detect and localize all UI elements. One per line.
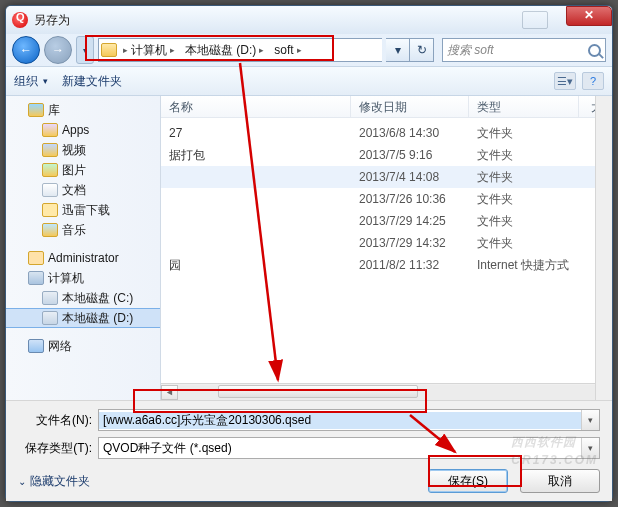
help-button[interactable]: ? (582, 72, 604, 90)
drive-icon (42, 311, 58, 325)
table-row[interactable]: 2013/7/29 14:32文件夹 (161, 232, 612, 254)
network-icon (28, 339, 44, 353)
filename-label: 文件名(N): (18, 412, 98, 429)
horizontal-scrollbar[interactable]: ◄ ► (161, 383, 612, 400)
breadcrumb-label: soft (274, 43, 293, 57)
table-row[interactable]: 2013/7/26 10:36文件夹 (161, 188, 612, 210)
tree-drive-d[interactable]: 本地磁盘 (D:) (6, 308, 160, 328)
previous-locations-button[interactable]: ▾ (386, 38, 410, 62)
cell-name: 27 (161, 126, 351, 140)
filetype-select[interactable]: QVOD种子文件 (*.qsed) ▾ (98, 437, 600, 459)
app-icon (12, 12, 28, 28)
col-type[interactable]: 类型 (469, 96, 579, 117)
tree-music[interactable]: 音乐 (6, 220, 160, 240)
address-actions: ▾ ↻ (386, 38, 434, 62)
library-icon (28, 103, 44, 117)
table-row[interactable]: 2013/7/29 14:25文件夹 (161, 210, 612, 232)
search-icon (588, 44, 601, 57)
picture-icon (42, 163, 58, 177)
filename-value: [www.a6a6.cc]乐光宝盒20130306.qsed (99, 412, 581, 429)
drive-icon (42, 291, 58, 305)
address-bar[interactable]: ▸ 计算机 ▸ 本地磁盘 (D:) ▸ soft ▸ (98, 38, 382, 62)
apps-icon (42, 123, 58, 137)
video-icon (42, 143, 58, 157)
nav-row: ← → ▾ ▸ 计算机 ▸ 本地磁盘 (D:) ▸ soft ▸ ▾ ↻ 搜索 … (6, 34, 612, 66)
filename-input[interactable]: [www.a6a6.cc]乐光宝盒20130306.qsed ▾ (98, 409, 600, 431)
breadcrumb-label: 本地磁盘 (D:) (185, 42, 256, 59)
cell-type: 文件夹 (469, 169, 579, 186)
new-folder-button[interactable]: 新建文件夹 (62, 73, 122, 90)
tree-computer[interactable]: 计算机 (6, 268, 160, 288)
cell-date: 2013/7/26 10:36 (351, 192, 469, 206)
spacer (6, 240, 160, 248)
tree-network[interactable]: 网络 (6, 336, 160, 356)
breadcrumb-seg-drive[interactable]: 本地磁盘 (D:) ▸ (181, 40, 268, 61)
file-pane: 名称 修改日期 类型 大小 272013/6/8 14:30文件夹据打包2013… (161, 96, 612, 400)
document-icon (42, 183, 58, 197)
tree-administrator[interactable]: Administrator (6, 248, 160, 268)
table-row[interactable]: 据打包2013/7/5 9:16文件夹 (161, 144, 612, 166)
breadcrumb-seg-folder[interactable]: soft ▸ (270, 41, 305, 59)
chevron-right-icon: ▸ (297, 45, 302, 55)
tree-documents[interactable]: 文档 (6, 180, 160, 200)
scroll-track[interactable] (178, 385, 595, 400)
cell-date: 2013/7/29 14:25 (351, 214, 469, 228)
organize-button[interactable]: 组织 (14, 73, 48, 90)
cell-date: 2013/6/8 14:30 (351, 126, 469, 140)
tree-drive-c[interactable]: 本地磁盘 (C:) (6, 288, 160, 308)
chevron-right-icon: ▸ (170, 45, 175, 55)
tree-downloads[interactable]: 迅雷下载 (6, 200, 160, 220)
titlebar: 另存为 ✕ (6, 6, 612, 34)
save-as-dialog: 另存为 ✕ ← → ▾ ▸ 计算机 ▸ 本地磁盘 (D:) ▸ soft ▸ (5, 5, 613, 502)
search-placeholder: 搜索 soft (447, 42, 584, 59)
tree-apps[interactable]: Apps (6, 120, 160, 140)
cell-date: 2013/7/5 9:16 (351, 148, 469, 162)
search-input[interactable]: 搜索 soft (442, 38, 606, 62)
window-title: 另存为 (34, 12, 70, 29)
filetype-label: 保存类型(T): (18, 440, 98, 457)
scroll-thumb[interactable] (218, 385, 418, 398)
cell-name: 据打包 (161, 147, 351, 164)
column-headers: 名称 修改日期 类型 大小 (161, 96, 612, 118)
recent-locations-button[interactable]: ▾ (76, 36, 94, 64)
refresh-button[interactable]: ↻ (410, 38, 434, 62)
hide-folders-button[interactable]: ⌄ 隐藏文件夹 (18, 473, 90, 490)
cell-date: 2013/7/29 14:32 (351, 236, 469, 250)
table-row[interactable]: 园2011/8/2 11:32Internet 快捷方式 (161, 254, 612, 276)
tree-pictures[interactable]: 图片 (6, 160, 160, 180)
cell-type: 文件夹 (469, 147, 579, 164)
close-button[interactable]: ✕ (566, 6, 612, 26)
chevron-right-icon: ▸ (123, 45, 128, 55)
table-row[interactable]: 272013/6/8 14:30文件夹 (161, 122, 612, 144)
chevron-down-icon: ⌄ (18, 476, 26, 487)
bottom-panel: 文件名(N): [www.a6a6.cc]乐光宝盒20130306.qsed ▾… (6, 400, 612, 501)
tree-videos[interactable]: 视频 (6, 140, 160, 160)
save-button[interactable]: 保存(S) (428, 469, 508, 493)
user-icon (28, 251, 44, 265)
chevron-right-icon: ▸ (259, 45, 264, 55)
music-icon (42, 223, 58, 237)
table-row[interactable]: 2013/7/4 14:08文件夹 (161, 166, 612, 188)
forward-button[interactable]: → (44, 36, 72, 64)
col-date[interactable]: 修改日期 (351, 96, 469, 117)
cancel-button[interactable]: 取消 (520, 469, 600, 493)
cell-type: Internet 快捷方式 (469, 257, 579, 274)
file-list[interactable]: 272013/6/8 14:30文件夹据打包2013/7/5 9:16文件夹20… (161, 118, 612, 383)
cell-name: 园 (161, 257, 351, 274)
cell-date: 2013/7/4 14:08 (351, 170, 469, 184)
spacer (6, 328, 160, 336)
minimize-button-disabled (522, 11, 548, 29)
col-name[interactable]: 名称 (161, 96, 351, 117)
scroll-left-button[interactable]: ◄ (161, 385, 178, 400)
dropdown-icon[interactable]: ▾ (581, 410, 599, 430)
view-options-button[interactable]: ☰▾ (554, 72, 576, 90)
dropdown-icon[interactable]: ▾ (581, 438, 599, 458)
cell-type: 文件夹 (469, 235, 579, 252)
tree-libraries[interactable]: 库 (6, 100, 160, 120)
back-button[interactable]: ← (12, 36, 40, 64)
folder-icon (42, 203, 58, 217)
body: 库 Apps 视频 图片 文档 迅雷下载 音乐 Administrator 计算… (6, 96, 612, 400)
breadcrumb-seg-computer[interactable]: ▸ 计算机 ▸ (119, 40, 179, 61)
sidebar: 库 Apps 视频 图片 文档 迅雷下载 音乐 Administrator 计算… (6, 96, 161, 400)
cell-type: 文件夹 (469, 125, 579, 142)
